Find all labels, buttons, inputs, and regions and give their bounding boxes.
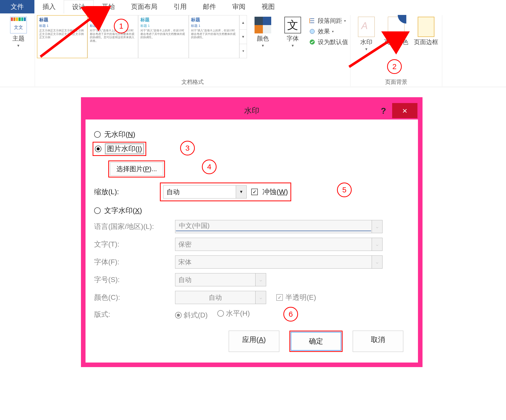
style-gallery-item[interactable]: 标题 标题 1 对于"插入"选项卡上的库，在设计时都会考虑了其中的项与文档整体外… xyxy=(138,15,189,58)
chevron-down-icon: ▼ xyxy=(394,47,398,51)
ribbon-body: 文文 主题 ▼ 标题 标题 1 正文示例正文示例正文示例正文示例正文示例正文示例… xyxy=(0,14,506,87)
tab-mailings[interactable]: 邮件 xyxy=(195,0,224,13)
fonts-label: 字体 xyxy=(287,34,299,43)
style-gallery-item[interactable]: 标题 标题 1 正文示例正文示例正文示例正文示例正文示例正文示例正文示例正文示例… xyxy=(37,15,88,58)
color-combo[interactable]: 自动 ⌵ xyxy=(175,291,266,304)
chevron-down-icon: ▾ xyxy=(332,29,334,33)
chevron-down-icon: ▼ xyxy=(291,44,294,48)
ok-button[interactable]: 确定 xyxy=(291,332,341,351)
page-borders-button[interactable]: 页面边框 xyxy=(412,15,440,46)
tab-page-layout[interactable]: 页面布局 xyxy=(123,0,165,13)
color-label: 颜色(C): xyxy=(94,293,175,302)
text-label: 文字(T): xyxy=(94,239,175,249)
annotation-bubble-5: 5 xyxy=(337,183,352,197)
scale-combo[interactable]: 自动 ▼ xyxy=(163,185,247,198)
layout-diagonal-option[interactable]: 斜式(D) xyxy=(175,310,208,320)
radio-icon xyxy=(95,146,101,152)
group-label-page-background: 页面背景 xyxy=(385,77,407,86)
tab-review[interactable]: 审阅 xyxy=(224,0,254,13)
close-button[interactable]: × xyxy=(392,103,417,118)
style-gallery-item[interactable]: 标题 标题 1 对于"插入"选项卡上的库，在设计时都会考虑了其中的项与文档整体外… xyxy=(88,15,138,58)
font-label: 字体(F): xyxy=(94,257,175,267)
semitransparent-checkbox[interactable] xyxy=(276,294,283,301)
apply-button[interactable]: 应用(A) xyxy=(229,331,279,352)
group-page-background: 水印 ▼ 页面颜色 ▼ 页面边框 页面背景 xyxy=(350,15,442,86)
text-watermark-option[interactable]: 文字水印(X) xyxy=(94,206,409,215)
font-combo[interactable]: 宋体 ⌵ xyxy=(175,255,383,269)
tab-insert[interactable]: 插入 xyxy=(34,0,64,13)
radio-icon xyxy=(175,312,182,318)
tab-home[interactable]: 开始 xyxy=(94,0,123,13)
chevron-down-icon: ⌵ xyxy=(372,238,382,251)
text-combo[interactable]: 保密 ⌵ xyxy=(175,238,383,251)
page-borders-icon xyxy=(418,17,434,37)
group-themes: 文文 主题 ▼ xyxy=(2,15,35,86)
cancel-button[interactable]: 取消 xyxy=(353,331,403,352)
chevron-down-icon: ▼ xyxy=(365,47,368,51)
page-color-label: 页面颜色 xyxy=(384,38,408,46)
scale-label: 缩放(L): xyxy=(94,187,160,197)
radio-icon xyxy=(94,207,101,214)
layout-horizontal-option[interactable]: 水平(H) xyxy=(217,309,250,318)
themes-label: 主题 xyxy=(12,34,25,43)
set-default-button[interactable]: 设为默认值 xyxy=(309,38,348,46)
annotation-bubble-6: 6 xyxy=(283,307,298,322)
tab-references[interactable]: 引用 xyxy=(165,0,195,13)
close-icon: × xyxy=(402,106,407,116)
watermark-dialog: 水印 ? × 无水印(N) 图片水印(I) 3 xyxy=(81,97,423,367)
help-button[interactable]: ? xyxy=(375,106,392,116)
page-color-icon xyxy=(388,17,405,37)
tab-file[interactable]: 文件 xyxy=(0,0,34,13)
chevron-down-icon: ⌵ xyxy=(255,291,266,304)
gallery-more-icon[interactable]: ▾ xyxy=(240,44,247,58)
watermark-icon xyxy=(358,17,375,37)
colors-icon xyxy=(255,17,271,33)
annotation-bubble-3: 3 xyxy=(180,141,195,155)
group-label-doc-format: 文档格式 xyxy=(181,77,204,86)
washout-checkbox[interactable] xyxy=(251,189,258,195)
chevron-down-icon: ⌵ xyxy=(372,256,382,268)
fonts-button[interactable]: 文 字体 ▼ xyxy=(279,15,307,48)
colors-label: 颜色 xyxy=(257,34,269,43)
layout-label: 版式: xyxy=(94,310,175,319)
themes-button[interactable]: 文文 主题 ▼ xyxy=(5,15,32,48)
language-label: 语言(国家/地区)(L): xyxy=(94,222,175,231)
effects-icon xyxy=(309,28,316,35)
tab-design[interactable]: 设计 xyxy=(64,0,94,13)
radio-icon xyxy=(217,310,224,317)
paragraph-spacing-button[interactable]: 段落间距 ▾ xyxy=(309,17,348,25)
page-borders-label: 页面边框 xyxy=(414,38,438,46)
effects-button[interactable]: 效果 ▾ xyxy=(309,27,348,35)
dialog-titlebar: 水印 ? × xyxy=(86,102,418,119)
themes-icon: 文文 xyxy=(10,17,27,33)
chevron-down-icon: ▼ xyxy=(261,44,265,48)
ribbon-tabs: 文件 插入 设计 开始 页面布局 引用 邮件 审阅 视图 xyxy=(0,0,506,14)
no-watermark-option[interactable]: 无水印(N) xyxy=(94,130,409,139)
dialog-body: 无水印(N) 图片水印(I) 3 选择图片(P)... xyxy=(86,119,418,363)
fonts-icon: 文 xyxy=(284,17,301,33)
select-picture-button[interactable]: 选择图片(P)... xyxy=(110,162,163,176)
group-document-formatting: 标题 标题 1 正文示例正文示例正文示例正文示例正文示例正文示例正文示例正文示例… xyxy=(35,15,350,86)
chevron-down-icon: ▼ xyxy=(236,186,246,198)
radio-icon xyxy=(94,131,101,138)
page-color-button[interactable]: 页面颜色 ▼ xyxy=(382,15,410,51)
chevron-down-icon: ⌵ xyxy=(372,220,382,233)
watermark-button[interactable]: 水印 ▼ xyxy=(352,15,380,51)
language-combo[interactable]: 中文(中国) ⌵ xyxy=(175,220,383,233)
dialog-title: 水印 xyxy=(244,106,259,116)
size-combo[interactable]: 自动 ⌵ xyxy=(175,273,266,286)
style-gallery[interactable]: 标题 标题 1 正文示例正文示例正文示例正文示例正文示例正文示例正文示例正文示例… xyxy=(37,15,247,58)
paragraph-spacing-icon xyxy=(309,17,316,24)
picture-watermark-option[interactable]: 图片水印(I) xyxy=(95,144,144,154)
gallery-scroll: ▲ ▼ ▾ xyxy=(239,15,247,58)
gallery-down-icon[interactable]: ▼ xyxy=(240,30,247,44)
tab-view[interactable]: 视图 xyxy=(254,0,283,13)
semitransparent-label: 半透明(E) xyxy=(285,293,316,302)
svg-point-0 xyxy=(310,29,314,34)
gallery-up-icon[interactable]: ▲ xyxy=(240,15,247,30)
colors-button[interactable]: 颜色 ▼ xyxy=(249,15,277,48)
style-gallery-item[interactable]: 标题 标题 1 对于"插入"选项卡上的库，在设计时都会考虑了其中的项与文档整体外… xyxy=(189,15,239,58)
annotation-bubble-4: 4 xyxy=(202,159,217,174)
size-label: 字号(S): xyxy=(94,275,175,285)
chevron-down-icon: ▾ xyxy=(344,19,346,23)
